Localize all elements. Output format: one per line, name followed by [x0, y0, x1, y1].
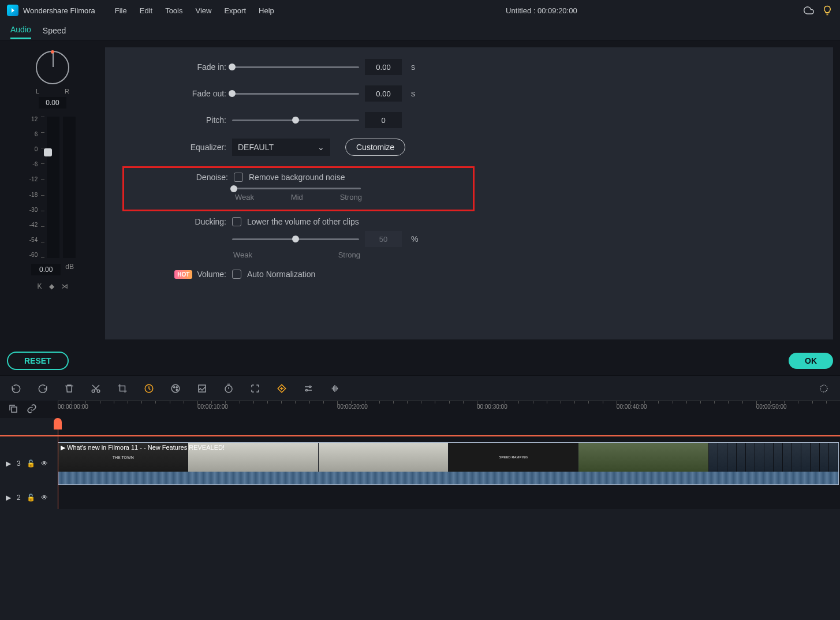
r-label: R — [65, 88, 69, 95]
reset-button[interactable]: RESET — [7, 352, 69, 370]
trash-icon[interactable] — [64, 383, 75, 394]
clip-thumb: SPEED RAMPING — [449, 443, 578, 472]
fade-out-value[interactable]: 0.00 — [365, 85, 402, 102]
timeline-toolbar — [0, 375, 840, 401]
ruler-timecode: 00:00:20:00 — [337, 404, 368, 410]
menu-bar: File Edit Tools View Export Help — [109, 4, 280, 17]
auto-normalize-checkbox[interactable] — [232, 270, 241, 279]
timeline: 00:00:00:0000:00:10:0000:00:20:0000:00:3… — [0, 401, 840, 509]
menu-export[interactable]: Export — [218, 4, 252, 17]
svg-rect-7 — [199, 385, 206, 392]
speed-icon[interactable] — [143, 383, 155, 394]
redo-icon[interactable] — [37, 383, 48, 394]
level-meter-r — [63, 117, 76, 258]
pitch-slider[interactable] — [232, 119, 359, 121]
track-2-head: ▶ 2 🔓 👁 — [0, 486, 58, 509]
svg-point-5 — [176, 386, 177, 387]
fade-in-label: Fade in: — [128, 62, 226, 72]
db-scale: 1260-6-12-18-30-42-54-60 — [29, 117, 39, 258]
link-icon[interactable] — [27, 404, 37, 416]
ducking-weak: Weak — [233, 251, 252, 259]
playhead-line — [0, 435, 840, 436]
svg-point-3 — [171, 384, 180, 393]
undo-icon[interactable] — [10, 383, 22, 394]
denoise-label: Denoise: — [130, 173, 228, 182]
tab-speed[interactable]: Speed — [43, 23, 66, 39]
ducking-checkbox[interactable] — [232, 217, 241, 226]
ruler-timecode: 00:00:10:00 — [197, 404, 228, 410]
svg-point-4 — [174, 386, 175, 387]
l-label: L — [36, 88, 39, 95]
tab-audio[interactable]: Audio — [10, 21, 31, 39]
ruler-timecode: 00:00:50:00 — [756, 404, 787, 410]
customize-button[interactable]: Customize — [345, 139, 405, 156]
pitch-label: Pitch: — [128, 115, 226, 125]
denoise-slider[interactable] — [234, 188, 361, 189]
fullscreen-icon[interactable] — [249, 383, 261, 394]
eye-icon[interactable]: 👁 — [41, 494, 48, 502]
color-icon[interactable] — [170, 383, 181, 394]
lock-icon[interactable]: 🔓 — [27, 494, 35, 502]
volume-label: Volume: — [197, 270, 226, 279]
eye-icon[interactable]: 👁 — [41, 460, 48, 468]
green-screen-icon[interactable] — [196, 383, 208, 394]
project-title: Untitled : 00:09:20:00 — [285, 6, 798, 15]
keyframe-prev-icon[interactable]: K — [37, 282, 42, 290]
ducking-value[interactable]: 50 — [365, 231, 402, 247]
clip-thumb — [319, 443, 449, 472]
pan-value: 0.00 — [39, 97, 66, 109]
fade-in-slider[interactable] — [232, 66, 359, 68]
copy-icon[interactable] — [8, 404, 18, 416]
bulb-icon[interactable] — [822, 5, 833, 16]
audio-controls-panel: Fade in: 0.00 s Fade out: 0.00 s Pitch: … — [105, 47, 833, 339]
app-logo-icon — [7, 5, 18, 16]
ducking-label: Ducking: — [128, 217, 226, 226]
svg-point-6 — [176, 389, 177, 390]
level-meter-l — [47, 117, 59, 258]
denoise-checkbox[interactable] — [234, 173, 243, 182]
title-bar: Wondershare Filmora File Edit Tools View… — [0, 0, 840, 21]
fade-out-slider[interactable] — [232, 93, 359, 95]
auto-normalize-label: Auto Normalization — [247, 270, 315, 279]
ducking-strong: Strong — [338, 251, 360, 259]
meter-value: 0.00 — [31, 264, 61, 275]
fade-in-value[interactable]: 0.00 — [365, 59, 402, 75]
cut-icon[interactable] — [90, 383, 102, 394]
cloud-icon[interactable] — [803, 5, 815, 16]
fade-in-unit: s — [411, 62, 415, 72]
ducking-check-label: Lower the volume of other clips — [247, 217, 359, 226]
keyframe-next-icon[interactable]: ⋊ — [61, 282, 68, 290]
track-2-num: 2 — [17, 494, 21, 502]
clip-waveform — [58, 472, 838, 484]
pitch-value[interactable]: 0 — [365, 112, 402, 128]
denoise-weak: Weak — [235, 193, 254, 201]
timeline-ruler[interactable]: 00:00:00:0000:00:10:0000:00:20:0000:00:3… — [58, 401, 840, 418]
menu-help[interactable]: Help — [253, 4, 280, 17]
svg-point-11 — [820, 385, 827, 392]
menu-file[interactable]: File — [109, 4, 133, 17]
ruler-timecode: 00:00:30:00 — [477, 404, 507, 410]
bottom-bar: RESET OK — [0, 346, 840, 375]
ducking-slider[interactable] — [232, 238, 359, 240]
pan-knob[interactable] — [36, 51, 69, 84]
fade-out-unit: s — [411, 89, 415, 98]
clip-thumb — [578, 443, 708, 472]
audio-icon[interactable] — [329, 383, 341, 394]
fader-thumb[interactable] — [44, 148, 52, 156]
keyframe-icon[interactable] — [276, 383, 288, 394]
menu-tools[interactable]: Tools — [159, 4, 188, 17]
track-3-num: 3 — [17, 460, 21, 468]
menu-view[interactable]: View — [189, 4, 217, 17]
equalizer-label: Equalizer: — [128, 143, 226, 152]
equalizer-dropdown[interactable]: DEFAULT ⌄ — [232, 139, 330, 156]
lock-icon[interactable]: 🔓 — [27, 460, 35, 468]
menu-edit[interactable]: Edit — [134, 4, 158, 17]
settings-icon[interactable] — [303, 383, 314, 394]
timer-icon[interactable] — [223, 383, 234, 394]
keyframe-add-icon[interactable]: ◆ — [49, 282, 54, 290]
crop-icon[interactable] — [117, 383, 128, 394]
more-icon[interactable] — [818, 383, 830, 394]
video-clip[interactable]: ▶ What's new in Filmora 11 - - New Featu… — [58, 442, 839, 485]
ok-button[interactable]: OK — [789, 353, 833, 369]
video-track-icon: ▶ — [6, 460, 11, 468]
